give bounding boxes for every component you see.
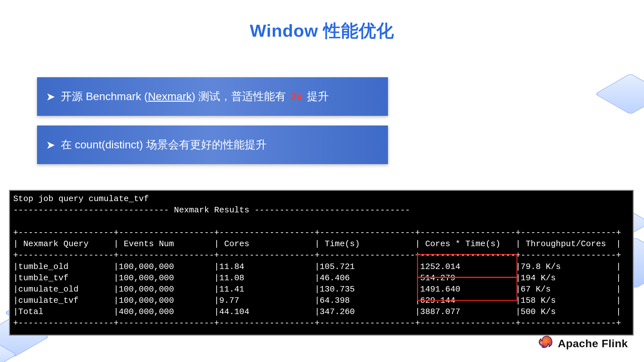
terminal-output: Stop job query cumulate_tvf ------------… bbox=[9, 190, 634, 336]
svg-point-1 bbox=[541, 342, 542, 343]
flink-squirrel-icon bbox=[535, 334, 553, 352]
bullet-item-count-distinct: ➤ 在 count(distinct) 场景会有更好的性能提升 bbox=[37, 125, 388, 164]
terminal-text: Stop job query cumulate_tvf ------------… bbox=[13, 193, 630, 329]
bullet-text: 开源 Benchmark (Nexmark) 测试，普适性能有 2x 提升 bbox=[61, 89, 329, 104]
bullet-item-benchmark: ➤ 开源 Benchmark (Nexmark) 测试，普适性能有 2x 提升 bbox=[37, 77, 388, 116]
nexmark-link[interactable]: Nexmark bbox=[148, 90, 192, 102]
slide: Window 性能优化 ➤ 开源 Benchmark (Nexmark) 测试，… bbox=[0, 0, 644, 362]
brand-name: Apache Flink bbox=[558, 337, 628, 350]
slide-title: Window 性能优化 bbox=[0, 0, 644, 43]
footer-logo: Apache Flink bbox=[535, 334, 628, 352]
chevron-right-icon: ➤ bbox=[46, 91, 55, 102]
bullet-text: 在 count(distinct) 场景会有更好的性能提升 bbox=[61, 137, 267, 152]
bullet-list: ➤ 开源 Benchmark (Nexmark) 测试，普适性能有 2x 提升 … bbox=[37, 77, 388, 174]
highlight-2x: 2x bbox=[290, 90, 302, 102]
chevron-right-icon: ➤ bbox=[46, 139, 55, 150]
